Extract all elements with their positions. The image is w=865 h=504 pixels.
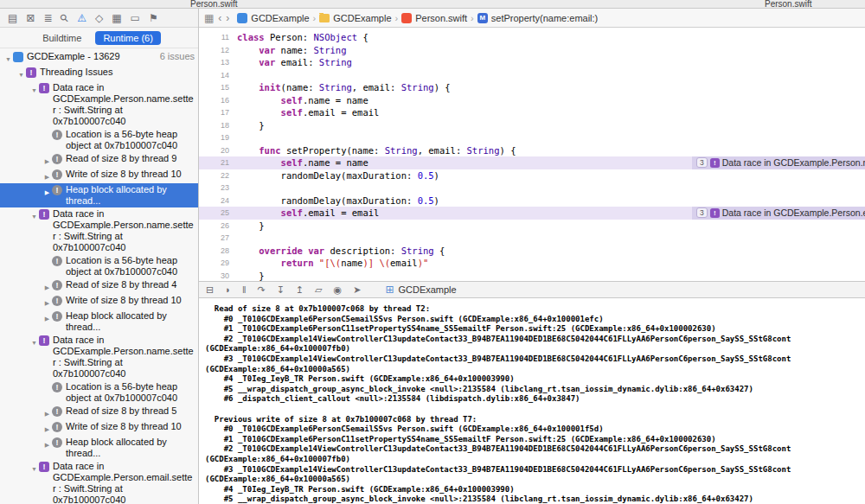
code-line[interactable]: 15 init(name: String, email: String) { xyxy=(199,81,865,94)
issue-tree-item[interactable]: ▶!Heap block allocated by thread... xyxy=(0,436,198,460)
breadcrumb-group[interactable]: GCDExample xyxy=(319,13,391,23)
disclosure-right-icon[interactable]: ▶ xyxy=(42,169,52,182)
find-navigator-icon[interactable]: ⚲ xyxy=(59,11,72,24)
disclosure-right-icon[interactable]: ▶ xyxy=(42,421,52,435)
code-line[interactable]: 19 xyxy=(199,131,865,144)
issue-tree-item[interactable]: ▶!Write of size 8 by thread 10 xyxy=(0,168,198,183)
runtime-issue-annotation[interactable]: 3!Data race in GCDExample.Person.na xyxy=(692,156,865,169)
code-line[interactable]: 17 self.email = email xyxy=(199,106,865,119)
disclosure-right-icon[interactable]: ▶ xyxy=(42,405,52,419)
issue-tree-item[interactable]: ▶!Read of size 8 by thread 9 xyxy=(0,152,198,168)
issue-tree-item[interactable]: ▶!Read of size 8 by thread 4 xyxy=(0,278,198,294)
code-line[interactable]: 16 self.name = name xyxy=(199,94,865,107)
code-line[interactable]: 28 override var description: String { xyxy=(199,245,865,258)
debug-navigator-icon[interactable]: ▦ xyxy=(112,13,121,23)
simulate-location-icon[interactable]: ➤ xyxy=(353,285,361,295)
symbol-navigator-icon[interactable]: ≣ xyxy=(43,13,52,23)
issue-tree-item[interactable]: ▼!Threading Issues xyxy=(0,66,198,81)
code-line[interactable]: 30 } xyxy=(199,270,865,282)
issue-navigator-icon[interactable]: ⚠ xyxy=(77,13,86,23)
disclosure-down-icon[interactable]: ▼ xyxy=(29,335,39,348)
runtime-issue-annotation[interactable]: 3!Data race in GCDExample.Person.e xyxy=(692,207,865,220)
issue-tree-item[interactable]: ▶!Write of size 8 by thread 10 xyxy=(0,420,198,436)
back-icon[interactable]: ‹ xyxy=(218,13,221,23)
line-number[interactable]: 15 xyxy=(199,81,237,94)
breadcrumb-method[interactable]: MsetProperty(name:email:) xyxy=(477,13,599,23)
disclosure-right-icon[interactable]: ▶ xyxy=(42,437,52,450)
code-line[interactable]: 12 var name: String xyxy=(199,44,865,57)
pause-execution-icon[interactable]: ‖ xyxy=(242,285,247,295)
tab-buildtime[interactable]: Buildtime xyxy=(37,31,86,45)
issue-tree-item[interactable]: ▼!Data race in GCDExample.Person.name.se… xyxy=(0,207,198,254)
issue-tree-item[interactable]: ▶!Read of size 8 by thread 5 xyxy=(0,405,198,420)
line-number[interactable]: 21 xyxy=(199,156,237,169)
test-navigator-icon[interactable]: ◇ xyxy=(95,13,103,23)
issue-tree-item[interactable]: ▼!Data race in GCDExample.Person.email.s… xyxy=(0,460,198,504)
disclosure-right-icon[interactable]: ▶ xyxy=(42,295,52,309)
line-number[interactable]: 19 xyxy=(199,131,237,144)
code-line[interactable]: 23 xyxy=(199,182,865,195)
breadcrumb-file[interactable]: Person.swift xyxy=(401,13,467,23)
issue-tree-item[interactable]: ▶!Heap block allocated by thread... xyxy=(0,183,198,207)
line-number[interactable]: 12 xyxy=(199,44,237,57)
code-line[interactable]: 18 } xyxy=(199,119,865,132)
disclosure-down-icon[interactable]: ▼ xyxy=(3,51,13,65)
code-line[interactable]: 24 randomDelay(maxDuration: 0.5) xyxy=(199,195,865,207)
step-into-icon[interactable]: ↧ xyxy=(277,285,285,295)
disclosure-right-icon[interactable]: ▶ xyxy=(42,279,52,293)
issue-tree-item[interactable]: ▼GCDExample - 136296 issues xyxy=(0,50,198,66)
line-number[interactable]: 18 xyxy=(199,119,237,132)
disclosure-down-icon[interactable]: ▼ xyxy=(16,67,26,80)
breadcrumb-project[interactable]: GCDExample xyxy=(237,13,309,23)
debug-process[interactable]: ⊞ GCDExample xyxy=(385,284,456,295)
related-items-icon[interactable]: ▦ xyxy=(204,13,214,23)
line-number[interactable]: 25 xyxy=(199,207,237,220)
memory-graph-icon[interactable]: ◉ xyxy=(334,285,343,295)
step-out-icon[interactable]: ↥ xyxy=(296,285,304,295)
line-number[interactable]: 26 xyxy=(199,220,237,233)
issue-tree-item[interactable]: !Location is a 56-byte heap object at 0x… xyxy=(0,128,198,152)
line-number[interactable]: 28 xyxy=(199,245,237,258)
disclosure-right-icon[interactable]: ▶ xyxy=(42,153,52,167)
code-line[interactable]: 29 return "[\(name)] \(email)" xyxy=(199,257,865,270)
issue-tree-item[interactable]: !Location is a 56-byte heap object at 0x… xyxy=(0,380,198,405)
issue-tree-item[interactable]: ▶!Heap block allocated by thread... xyxy=(0,309,198,334)
code-line[interactable]: 14 xyxy=(199,69,865,82)
report-navigator-icon[interactable]: ⚑ xyxy=(149,13,158,23)
breakpoint-navigator-icon[interactable]: ▭ xyxy=(131,13,140,23)
disclosure-down-icon[interactable]: ▼ xyxy=(29,82,39,96)
code-line[interactable]: 22 randomDelay(maxDuration: 0.5) xyxy=(199,169,865,182)
disclosure-down-icon[interactable]: ▼ xyxy=(29,461,39,475)
line-number[interactable]: 14 xyxy=(199,69,237,82)
line-number[interactable]: 20 xyxy=(199,144,237,157)
code-line[interactable]: 27 xyxy=(199,232,865,245)
line-number[interactable]: 17 xyxy=(199,106,237,119)
code-line[interactable]: 25 self.email = email3!Data race in GCDE… xyxy=(199,207,865,220)
line-number[interactable]: 27 xyxy=(199,232,237,245)
line-number[interactable]: 30 xyxy=(199,270,237,282)
code-line[interactable]: 21 self.name = name3!Data race in GCDExa… xyxy=(199,156,865,169)
forward-icon[interactable]: › xyxy=(226,13,229,23)
issue-navigator-tree[interactable]: ▼GCDExample - 136296 issues▼!Threading I… xyxy=(0,48,198,504)
line-number[interactable]: 11 xyxy=(199,31,237,44)
breakpoints-toggle-icon[interactable]: ◗ xyxy=(225,285,231,295)
code-line[interactable]: 13 var email: String xyxy=(199,56,865,69)
console-output[interactable]: Read of size 8 at 0x7b100007c068 by thre… xyxy=(199,298,865,504)
issue-tree-item[interactable]: ▼!Data race in GCDExample.Person.name.se… xyxy=(0,334,198,380)
source-control-navigator-icon[interactable]: ⊠ xyxy=(26,13,35,23)
code-line[interactable]: 26 } xyxy=(199,220,865,233)
disclosure-right-icon[interactable]: ▶ xyxy=(42,184,52,198)
line-number[interactable]: 22 xyxy=(199,169,237,182)
line-number[interactable]: 16 xyxy=(199,94,237,107)
code-line[interactable]: 11class Person: NSObject { xyxy=(199,31,865,44)
line-number[interactable]: 13 xyxy=(199,56,237,69)
disclosure-right-icon[interactable]: ▶ xyxy=(42,310,52,324)
disclosure-down-icon[interactable]: ▼ xyxy=(29,208,39,222)
line-number[interactable]: 23 xyxy=(199,182,237,195)
issue-tree-item[interactable]: ▼!Data race in GCDExample.Person.name.se… xyxy=(0,81,198,128)
line-number[interactable]: 29 xyxy=(199,257,237,270)
code-line[interactable]: 20 func setProperty(name: String, email:… xyxy=(199,144,865,157)
tab-runtime[interactable]: Runtime (6) xyxy=(95,31,160,45)
project-navigator-icon[interactable]: ▤ xyxy=(8,13,17,23)
hide-debug-area-icon[interactable]: ⊟ xyxy=(206,285,214,295)
